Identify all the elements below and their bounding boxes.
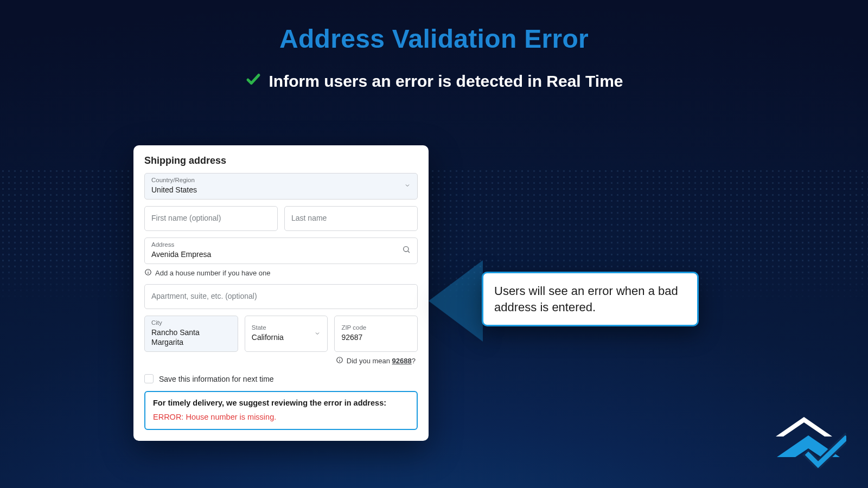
state-select[interactable]: State California [245,316,328,352]
svg-point-0 [404,247,409,252]
city-value: Rancho Santa Margarita [151,328,231,347]
svg-point-7 [339,358,340,359]
apartment-placeholder: Apartment, suite, etc. (optional) [151,292,411,300]
first-name-placeholder: First name (optional) [151,214,271,222]
explainer-callout: Users will see an error when a bad addre… [482,272,699,326]
country-label: Country/Region [151,177,411,184]
country-select[interactable]: Country/Region United States [144,173,418,200]
error-lead: For timely delivery, we suggest reviewin… [153,399,409,407]
apartment-input[interactable]: Apartment, suite, etc. (optional) [144,284,418,309]
section-title: Shipping address [144,155,418,166]
svg-point-4 [148,271,148,271]
zip-hint-prefix: Did you mean [347,357,392,365]
city-label: City [151,319,231,327]
zip-value: 92687 [341,332,411,342]
last-name-placeholder: Last name [291,214,411,222]
address-input[interactable]: Address Avenida Empresa [144,237,418,264]
info-icon [144,268,152,278]
last-name-input[interactable]: Last name [284,206,418,231]
shipping-address-card: Shipping address Country/Region United S… [133,145,429,441]
subtitle: Inform users an error is detected in Rea… [0,71,868,91]
subtitle-text: Inform users an error is detected in Rea… [269,72,623,91]
zip-label: ZIP code [341,324,411,332]
address-label: Address [151,241,411,249]
state-label: State [252,324,321,332]
search-icon [402,245,411,256]
first-name-input[interactable]: First name (optional) [144,206,278,231]
address-hint: Add a house number if you have one [144,268,418,278]
callout-arrow [429,260,483,342]
save-info-checkbox[interactable] [144,374,154,383]
check-icon [245,71,261,91]
zip-hint-suffix: ? [412,357,416,365]
save-info-row: Save this information for next time [144,374,418,383]
info-icon [336,356,343,365]
address-hint-text: Add a house number if you have one [155,269,270,277]
state-value: California [252,332,321,342]
save-info-label: Save this information for next time [159,375,274,383]
svg-line-1 [408,251,410,253]
zip-input[interactable]: ZIP code 92687 [334,316,418,352]
callout-text: Users will see an error when a bad addre… [494,284,678,314]
svg-marker-8 [776,417,832,436]
zip-suggestion[interactable]: Did you mean 92688? [144,356,418,365]
brand-logo [776,417,846,471]
chevron-down-icon [404,181,411,191]
error-message: ERROR: House number is missing. [153,413,409,421]
zip-hint-value: 92688 [392,357,412,365]
country-value: United States [151,185,411,195]
city-input[interactable]: City Rancho Santa Margarita [144,316,238,352]
chevron-down-icon [314,329,321,339]
skyline-decoration [0,168,868,304]
address-value: Avenida Empresa [151,249,411,259]
page-title: Address Validation Error [0,0,868,54]
error-panel: For timely delivery, we suggest reviewin… [144,391,418,430]
